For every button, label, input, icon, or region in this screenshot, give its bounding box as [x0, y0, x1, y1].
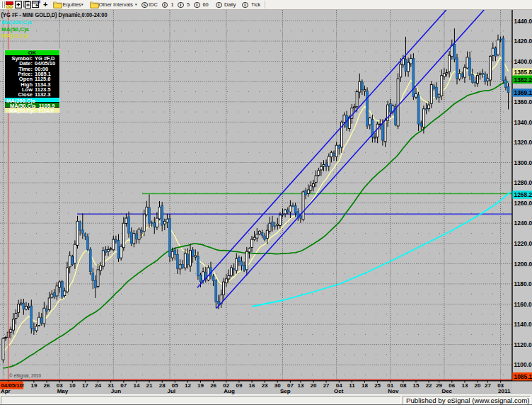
- svg-text:27: 27: [323, 382, 330, 389]
- svg-text:Jul: Jul: [168, 388, 176, 394]
- svg-text:20: 20: [311, 382, 317, 389]
- svg-text:Sep: Sep: [280, 388, 291, 394]
- svg-text:1382.2: 1382.2: [514, 76, 532, 84]
- svg-text:1260.0: 1260.0: [514, 200, 532, 207]
- svg-text:15: 15: [413, 382, 420, 389]
- svg-text:1420.0: 1420.0: [514, 38, 532, 45]
- svg-text:May: May: [57, 388, 69, 394]
- svg-text:1300.0: 1300.0: [514, 159, 532, 166]
- svg-text:24: 24: [95, 382, 101, 389]
- svg-text:Nov: Nov: [388, 388, 399, 394]
- svg-text:© eSignal, 2010: © eSignal, 2010: [9, 373, 41, 379]
- svg-text:22: 22: [426, 382, 432, 389]
- svg-text:21: 21: [146, 382, 153, 389]
- svg-text:1240.0: 1240.0: [514, 219, 532, 227]
- svg-text:1360.0: 1360.0: [514, 98, 532, 105]
- svg-text:Oct: Oct: [334, 388, 344, 394]
- svg-text:1320.0: 1320.0: [514, 139, 532, 146]
- svg-text:1400.0: 1400.0: [514, 58, 532, 65]
- svg-text:1120.0: 1120.0: [514, 341, 532, 348]
- svg-text:09: 09: [236, 382, 242, 389]
- svg-text:Aug: Aug: [224, 388, 235, 394]
- svg-text:1385.8: 1385.8: [514, 69, 532, 76]
- svg-text:04/05/10: 04/05/10: [1, 382, 23, 389]
- svg-text:14: 14: [133, 382, 139, 389]
- svg-text:20: 20: [475, 382, 481, 389]
- svg-text:(YG #F - MINI GOLD,D) Dynamic,: (YG #F - MINI GOLD,D) Dynamic,0:00-24:00: [1, 11, 108, 18]
- svg-text:Jun: Jun: [111, 388, 121, 394]
- svg-text:26: 26: [44, 382, 50, 389]
- svg-text:MA(10,C)e: MA(10,C)e: [1, 33, 30, 39]
- svg-text:08: 08: [400, 382, 406, 389]
- svg-text:1200.0: 1200.0: [514, 261, 532, 268]
- svg-text:1100.0: 1100.0: [514, 361, 532, 368]
- svg-text:1268.2: 1268.2: [514, 191, 532, 198]
- svg-text:MA(200,C)s: MA(200,C)s: [1, 19, 33, 25]
- svg-text:19: 19: [197, 382, 204, 389]
- svg-text:1085.1: 1085.1: [514, 373, 532, 380]
- svg-text:2011: 2011: [498, 388, 511, 394]
- svg-text:16: 16: [249, 382, 255, 389]
- svg-text:1280.0: 1280.0: [514, 179, 532, 186]
- svg-text:07: 07: [120, 382, 127, 389]
- svg-text:1340.0: 1340.0: [514, 119, 532, 126]
- svg-text:19: 19: [30, 382, 37, 389]
- svg-text:Dec: Dec: [441, 388, 452, 394]
- svg-text:10: 10: [69, 382, 76, 389]
- svg-text:MA(50,C)s: MA(50,C)s: [1, 26, 30, 33]
- svg-text:1160.0: 1160.0: [514, 301, 532, 308]
- svg-text:27: 27: [485, 382, 491, 389]
- svg-text:13: 13: [461, 382, 468, 389]
- svg-text:17: 17: [82, 382, 88, 389]
- svg-text:1369.1: 1369.1: [514, 89, 532, 96]
- svg-text:18: 18: [362, 382, 368, 389]
- svg-text:26: 26: [210, 382, 216, 389]
- svg-text:13: 13: [297, 382, 303, 389]
- svg-text:28: 28: [159, 382, 166, 389]
- svg-text:12: 12: [185, 382, 191, 389]
- svg-text:1140.0: 1140.0: [514, 321, 532, 328]
- svg-text:23: 23: [262, 382, 268, 389]
- svg-text:1440.0: 1440.0: [514, 18, 532, 25]
- svg-text:1220.0: 1220.0: [514, 240, 532, 247]
- svg-text:11: 11: [349, 382, 355, 389]
- svg-text:1180.0: 1180.0: [514, 280, 532, 287]
- svg-text:25: 25: [374, 382, 381, 389]
